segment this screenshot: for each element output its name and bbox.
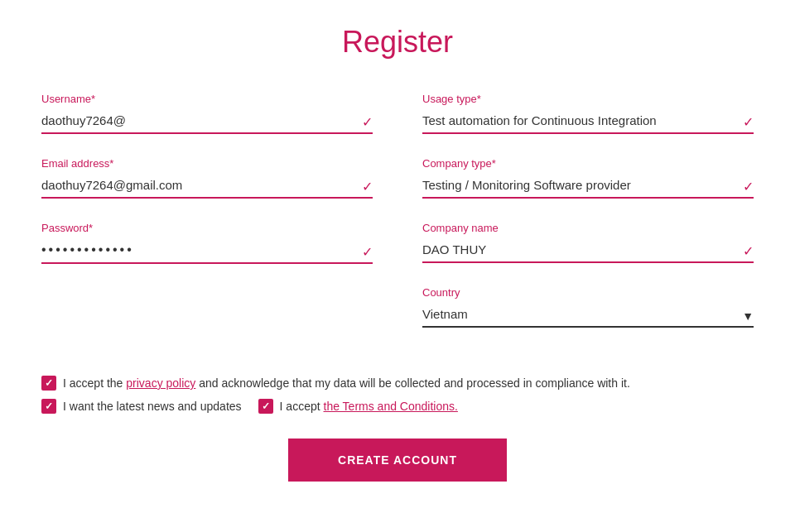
company-type-checkmark: ✓ bbox=[743, 179, 754, 194]
username-input-wrapper: ✓ bbox=[41, 110, 373, 134]
password-label: Password* bbox=[41, 222, 373, 234]
username-group: Username* ✓ bbox=[41, 93, 373, 134]
terms-link[interactable]: the Terms and Conditions. bbox=[324, 400, 458, 413]
usage-type-checkmark: ✓ bbox=[743, 114, 754, 130]
username-checkmark: ✓ bbox=[362, 114, 373, 130]
password-group: Password* ✓ bbox=[41, 222, 373, 264]
privacy-text-after: and acknowledge that my data will be col… bbox=[195, 376, 630, 390]
privacy-policy-label: I accept the privacy policy and acknowle… bbox=[63, 376, 630, 390]
terms-item: I accept the Terms and Conditions. bbox=[258, 399, 458, 414]
country-select-wrapper: Vietnam United States United Kingdom Ger… bbox=[422, 304, 754, 328]
newsletter-terms-row: I want the latest news and updates I acc… bbox=[41, 399, 754, 414]
email-input[interactable] bbox=[41, 175, 373, 199]
password-checkmark: ✓ bbox=[362, 244, 373, 260]
create-account-section: CREATE ACCOUNT bbox=[17, 439, 778, 482]
company-type-group: Company type* ✓ bbox=[422, 157, 754, 199]
usage-type-input[interactable] bbox=[422, 110, 754, 134]
create-account-button[interactable]: CREATE ACCOUNT bbox=[288, 439, 507, 482]
company-name-input[interactable] bbox=[422, 239, 754, 263]
email-input-wrapper: ✓ bbox=[41, 175, 373, 199]
terms-label: I accept the Terms and Conditions. bbox=[280, 400, 458, 413]
privacy-text-before: I accept the bbox=[63, 376, 126, 390]
usage-type-group: Usage type* ✓ bbox=[422, 93, 754, 134]
usage-type-input-wrapper: ✓ bbox=[422, 110, 754, 134]
country-select[interactable]: Vietnam United States United Kingdom Ger… bbox=[422, 304, 754, 328]
country-label: Country bbox=[422, 286, 754, 299]
usage-type-label: Usage type* bbox=[422, 93, 754, 105]
privacy-policy-checkbox[interactable] bbox=[41, 376, 56, 391]
page-container: Register Username* ✓ Email address* ✓ bbox=[17, 17, 778, 482]
privacy-policy-link[interactable]: privacy policy bbox=[126, 376, 195, 390]
privacy-policy-row: I accept the privacy policy and acknowle… bbox=[41, 376, 754, 391]
newsletter-label: I want the latest news and updates bbox=[63, 400, 242, 413]
company-name-input-wrapper: ✓ bbox=[422, 239, 754, 263]
company-type-label: Company type* bbox=[422, 157, 754, 170]
email-group: Email address* ✓ bbox=[41, 157, 373, 199]
left-column: Username* ✓ Email address* ✓ Password* bbox=[41, 93, 373, 351]
company-type-input-wrapper: ✓ bbox=[422, 175, 754, 199]
password-input-wrapper: ✓ bbox=[41, 239, 373, 264]
company-name-checkmark: ✓ bbox=[743, 243, 754, 259]
terms-text: I accept bbox=[280, 400, 324, 413]
email-checkmark: ✓ bbox=[362, 179, 373, 194]
newsletter-item: I want the latest news and updates bbox=[41, 399, 242, 414]
country-group: Country Vietnam United States United Kin… bbox=[422, 286, 754, 328]
company-name-group: Company name ✓ bbox=[422, 222, 754, 263]
company-name-label: Company name bbox=[422, 222, 754, 234]
email-label: Email address* bbox=[41, 157, 373, 170]
checkboxes-section: I accept the privacy policy and acknowle… bbox=[17, 376, 778, 414]
page-title: Register bbox=[17, 25, 778, 60]
username-input[interactable] bbox=[41, 110, 373, 134]
company-type-input[interactable] bbox=[422, 175, 754, 199]
password-input[interactable] bbox=[41, 239, 373, 264]
username-label: Username* bbox=[41, 93, 373, 105]
form-wrapper: Username* ✓ Email address* ✓ Password* bbox=[17, 93, 778, 351]
newsletter-checkbox[interactable] bbox=[41, 399, 56, 414]
terms-checkbox[interactable] bbox=[258, 399, 273, 414]
right-column: Usage type* ✓ Company type* ✓ Company na… bbox=[422, 93, 754, 351]
